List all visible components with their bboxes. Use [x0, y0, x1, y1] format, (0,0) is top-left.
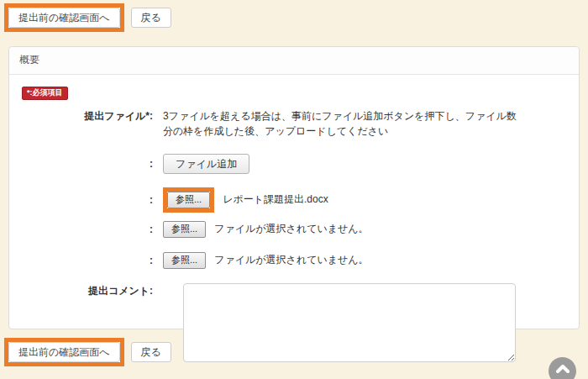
no-file-selected-text: ファイルが選択されていません。 [214, 223, 368, 234]
add-file-button[interactable]: ファイル追加 [163, 154, 249, 174]
selected-file-name: レポート課題提出.docx [223, 193, 328, 205]
file-row: : 参照...ファイルが選択されていません。 [22, 252, 566, 269]
bottom-confirm-highlight-box: 提出前の確認画面へ [4, 338, 124, 366]
row-colon-label: : [22, 192, 163, 208]
chevron-up-icon [556, 365, 570, 373]
row-colon-label: : [22, 222, 163, 237]
comment-label: 提出コメント: [22, 283, 163, 298]
add-file-row: : ファイル追加 [22, 154, 566, 174]
file-upload-instruction: 3ファイルを超える場合は、事前にファイル追加ボタンを押下し、ファイル数分の枠を作… [163, 108, 526, 139]
top-back-button[interactable]: 戻る [131, 8, 171, 28]
file-row: : 参照... レポート課題提出.docx [22, 187, 566, 213]
top-button-bar: 提出前の確認画面へ 戻る [0, 0, 588, 32]
top-confirm-button[interactable]: 提出前の確認画面へ [8, 8, 120, 28]
comment-textarea[interactable] [183, 283, 516, 362]
bottom-back-button[interactable]: 戻る [131, 342, 171, 362]
bottom-confirm-button[interactable]: 提出前の確認画面へ [8, 342, 120, 362]
summary-panel: 概要 *:必須項目 提出ファイル*: 3ファイルを超える場合は、事前にファイル追… [8, 46, 580, 329]
no-file-selected-text: ファイルが選択されていません。 [214, 254, 368, 266]
browse-button-2[interactable]: 参照... [163, 221, 206, 238]
file-row: : 参照...ファイルが選択されていません。 [22, 221, 566, 238]
top-confirm-highlight-box: 提出前の確認画面へ [4, 3, 124, 32]
required-fields-badge: *:必須項目 [22, 87, 68, 100]
file-upload-label: 提出ファイル*: [22, 108, 163, 124]
scroll-to-top-button[interactable] [549, 357, 576, 379]
submission-form-page: { "colors": { "page_background": "#f9f2e… [0, 0, 588, 379]
browse-highlight-box: 参照... [163, 187, 214, 213]
file-instruction-row: 提出ファイル*: 3ファイルを超える場合は、事前にファイル追加ボタンを押下し、フ… [22, 108, 566, 139]
row-colon-label: : [22, 156, 163, 171]
row-colon-label: : [22, 253, 163, 268]
browse-button-1[interactable]: 参照... [167, 192, 210, 208]
submission-form: 提出ファイル*: 3ファイルを超える場合は、事前にファイル追加ボタンを押下し、フ… [22, 108, 566, 366]
panel-header-title: 概要 [9, 47, 579, 75]
browse-button-3[interactable]: 参照... [163, 252, 206, 269]
bottom-button-bar: 提出前の確認画面へ 戻る [0, 338, 171, 366]
panel-body: *:必須項目 提出ファイル*: 3ファイルを超える場合は、事前にファイル追加ボタ… [9, 75, 579, 366]
